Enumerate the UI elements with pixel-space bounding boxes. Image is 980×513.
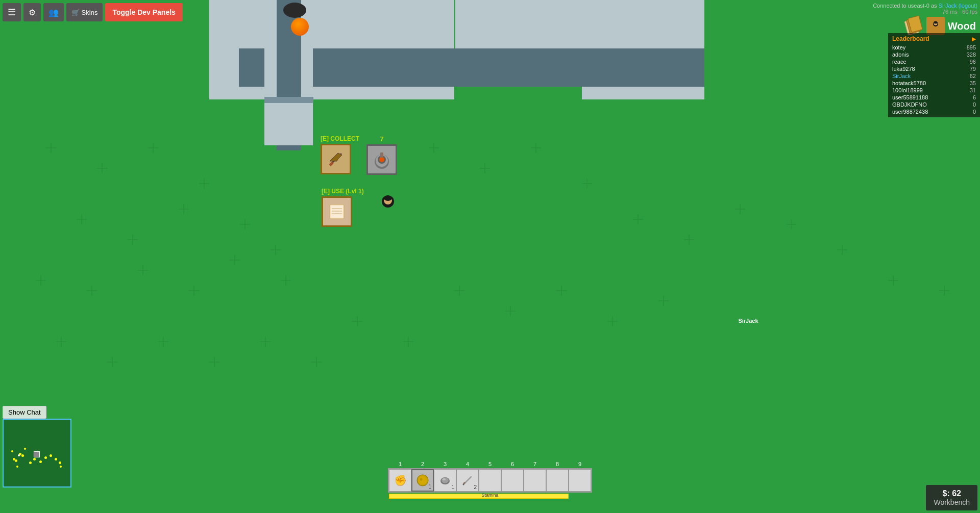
settings-button[interactable]: ⚙ [23, 3, 41, 21]
slot-num-5: 5 [479, 461, 501, 467]
hotbar: 1 2 3 4 5 6 7 8 9 ✊ 1 [388, 461, 592, 499]
slot-num-2: 2 [411, 461, 434, 467]
logout-link[interactable]: (logout) [959, 3, 977, 9]
leaderboard-row-2: adonis328 [892, 51, 976, 58]
show-chat-label: Show Chat [8, 408, 41, 416]
minimap-dot-white [18, 454, 20, 456]
game-canvas: [E] COLLECT 7 SirJack [E] USE (Lvl [0, 0, 980, 513]
dev-panels-label: Toggle Dev Panels [112, 8, 175, 16]
hotbar-slot-1[interactable]: ✊ [389, 469, 411, 492]
minimap [3, 419, 71, 488]
workbench-money: $: 62 [934, 489, 970, 498]
use-label: [E] USE (Lvl 1) [322, 188, 364, 195]
use-item-box[interactable] [322, 196, 352, 227]
svg-point-107 [463, 484, 464, 485]
turret-icon [372, 149, 392, 170]
leaderboard-row-6: hotatack578035 [892, 80, 976, 87]
collect-label: [E] COLLECT [321, 135, 359, 142]
svg-point-98 [934, 21, 937, 24]
slot-num-7: 7 [524, 461, 546, 467]
workbench-panel[interactable]: $: 62 Workbench [926, 485, 977, 510]
stamina-label: Stamina [389, 493, 591, 498]
scroll-icon [327, 201, 347, 222]
minimap-dot [16, 466, 18, 468]
leaderboard-title[interactable]: Leaderboard [892, 35, 929, 42]
svg-rect-86 [331, 206, 343, 218]
slot-num-4: 4 [456, 461, 479, 467]
leaderboard-row-7: 100lol1899931 [892, 87, 976, 94]
hotbar-slot-7[interactable] [524, 469, 546, 492]
gear-icon: ⚙ [29, 8, 36, 17]
slot-num-3: 3 [434, 461, 456, 467]
connected-text: Connected to useast-0 as [873, 3, 937, 9]
svg-point-100 [419, 476, 427, 484]
leaderboard-row-9: GBDJKDFNO0 [892, 101, 976, 108]
hotbar-slot-6[interactable] [501, 469, 524, 492]
minimap-dot [59, 461, 61, 464]
username-link[interactable]: SirJack [939, 3, 957, 9]
slot-2-count: 1 [428, 484, 431, 490]
hotbar-slot-9[interactable] [569, 469, 591, 492]
sword-icon [462, 475, 473, 486]
wood-text: Wood [948, 20, 976, 32]
hotbar-slots: ✊ 1 1 [388, 468, 592, 493]
minimap-dot [50, 454, 52, 457]
connection-info: Connected to useast-0 as SirJack (logout… [873, 3, 977, 15]
dev-panels-button[interactable]: Toggle Dev Panels [105, 3, 182, 21]
item2-player-name: SirJack [733, 318, 764, 324]
minimap-player-position [34, 451, 40, 457]
leaderboard-row-5: SirJack62 [892, 72, 976, 80]
minimap-dot [21, 454, 24, 457]
minimap-dot [29, 461, 32, 464]
stamina-bar-container: Stamina [389, 493, 591, 499]
slot-3-count: 1 [451, 484, 454, 490]
svg-point-83 [379, 157, 384, 162]
svg-point-103 [442, 478, 449, 483]
hotbar-slot-8[interactable] [546, 469, 569, 492]
show-chat-button[interactable]: Show Chat [3, 406, 46, 419]
svg-point-104 [443, 478, 446, 480]
gold-icon [416, 474, 429, 487]
users-icon: 👥 [48, 8, 59, 17]
avatar-icon-svg [929, 20, 942, 32]
navbar: ☰ ⚙ 👥 🛒 Skins Toggle Dev Panels [0, 0, 980, 24]
slot-num-8: 8 [546, 461, 569, 467]
hotbar-slot-5[interactable] [479, 469, 501, 492]
collect-item-box[interactable] [321, 144, 351, 174]
users-button[interactable]: 👥 [43, 3, 64, 21]
road-right-extension [455, 48, 583, 87]
hamburger-icon: ☰ [8, 7, 16, 18]
item2-area: 7 SirJack [366, 135, 397, 175]
minimap-dot [55, 458, 57, 460]
item2-box[interactable] [366, 144, 397, 175]
leaderboard: Leaderboard ▶ kotey895 adonis328 reace96… [888, 33, 980, 117]
workbench-label: Workbench [934, 498, 970, 506]
wall-right-dark [582, 48, 704, 87]
leaderboard-row-10: user988724380 [892, 108, 976, 115]
hotbar-slot-4[interactable]: 2 [456, 469, 479, 492]
player-avatar-icon [926, 17, 945, 35]
rock-icon [439, 475, 451, 486]
slot-4-count: 2 [474, 484, 477, 490]
minimap-dot [15, 459, 17, 462]
slot-num-9: 9 [569, 461, 591, 467]
hotbar-numbers: 1 2 3 4 5 6 7 8 9 [389, 461, 591, 467]
minimap-dot [24, 448, 26, 450]
svg-point-92 [384, 196, 392, 201]
minimap-dot [11, 450, 13, 452]
svg-point-101 [420, 478, 423, 481]
skins-label: 🛒 Skins [71, 9, 97, 16]
leaderboard-row-1: kotey895 [892, 44, 976, 51]
leaderboard-expand-icon[interactable]: ▶ [972, 36, 976, 42]
road-corner [264, 99, 313, 145]
skins-button[interactable]: 🛒 Skins [66, 3, 103, 21]
svg-rect-84 [380, 152, 383, 158]
hotbar-slot-2[interactable]: 1 [411, 469, 434, 492]
slot-num-1: 1 [389, 461, 411, 467]
minimap-dot [39, 460, 42, 463]
minimap-dot [60, 466, 62, 468]
hotbar-slot-3[interactable]: 1 [434, 469, 456, 492]
slot-num-6: 6 [501, 461, 524, 467]
item2-number: 7 [366, 135, 397, 143]
hamburger-button[interactable]: ☰ [3, 3, 21, 21]
